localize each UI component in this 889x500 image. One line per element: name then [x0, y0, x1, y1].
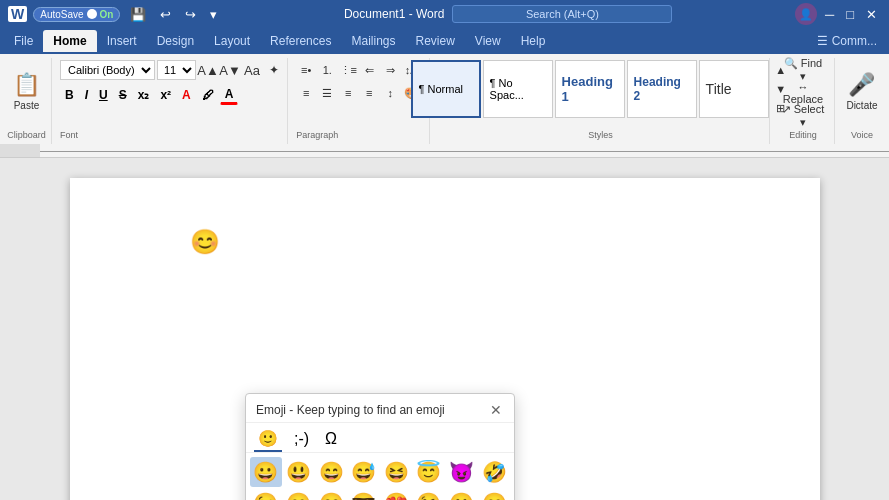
- multilevel-button[interactable]: ⋮≡: [338, 60, 358, 80]
- doc-emoji: 😊: [190, 228, 220, 256]
- tab-help[interactable]: Help: [511, 30, 556, 52]
- title-bar-right: 👤 ─ □ ✕: [795, 3, 881, 25]
- tab-mailings[interactable]: Mailings: [341, 30, 405, 52]
- quick-access-more-button[interactable]: ▾: [206, 5, 221, 24]
- tab-review[interactable]: Review: [405, 30, 464, 52]
- style-title[interactable]: Title: [699, 60, 769, 118]
- emoji-cell[interactable]: 😊: [283, 488, 315, 500]
- strikethrough-button[interactable]: S: [114, 85, 132, 105]
- font-row2: B I U S x₂ x² A 🖊 A: [60, 85, 281, 105]
- styles-group: ¶ Normal ¶ No Spac... Heading 1 Heading …: [432, 58, 770, 144]
- emoji-cell[interactable]: 😘: [413, 488, 445, 500]
- line-spacing-button[interactable]: ↕: [380, 83, 400, 103]
- emoji-cell[interactable]: 😙: [478, 488, 510, 500]
- title-bar: W AutoSave On 💾 ↩ ↪ ▾ Document1 - Word S…: [0, 0, 889, 28]
- text-color-button[interactable]: A: [220, 85, 239, 105]
- align-left-button[interactable]: ≡: [296, 83, 316, 103]
- align-center-button[interactable]: ☰: [317, 83, 337, 103]
- justify-button[interactable]: ≡: [359, 83, 379, 103]
- numbering-button[interactable]: 1.: [317, 60, 337, 80]
- emoji-cell[interactable]: 😈: [446, 457, 478, 487]
- tab-home[interactable]: Home: [43, 30, 96, 52]
- voice-group: 🎤 Dictate Voice: [837, 58, 887, 144]
- font-size-up-button[interactable]: A▲: [198, 60, 218, 80]
- emoji-cell[interactable]: 😀: [250, 457, 282, 487]
- avatar[interactable]: 👤: [795, 3, 817, 25]
- increase-indent-button[interactable]: ⇒: [380, 60, 400, 80]
- font-family-select[interactable]: Calibri (Body): [60, 60, 155, 80]
- emoji-cell[interactable]: 😋: [315, 488, 347, 500]
- emoji-cell[interactable]: 😃: [283, 457, 315, 487]
- clipboard-group: 📋 Paste Clipboard: [2, 58, 52, 144]
- dictate-button[interactable]: 🎤 Dictate: [840, 60, 883, 122]
- ribbon-body: 📋 Paste Clipboard Calibri (Body) 11 A▲ A…: [0, 54, 889, 144]
- font-group: Calibri (Body) 11 A▲ A▼ Aa ✦ B I U S x₂ …: [54, 58, 288, 144]
- replace-button[interactable]: ↔ Replace: [778, 83, 828, 103]
- minimize-button[interactable]: ─: [821, 5, 838, 24]
- tab-references[interactable]: References: [260, 30, 341, 52]
- tab-file[interactable]: File: [4, 30, 43, 52]
- align-right-button[interactable]: ≡: [338, 83, 358, 103]
- style-normal[interactable]: ¶ Normal: [411, 60, 481, 118]
- clear-format-button[interactable]: ✦: [264, 60, 284, 80]
- emoji-tabs: 🙂 ;-) Ω: [246, 423, 514, 453]
- search-bar[interactable]: Search (Alt+Q): [452, 5, 672, 23]
- emoji-picker-header: Emoji - Keep typing to find an emoji ✕: [246, 394, 514, 423]
- tab-view[interactable]: View: [465, 30, 511, 52]
- emoji-cell[interactable]: 😅: [348, 457, 380, 487]
- bold-button[interactable]: B: [60, 85, 79, 105]
- emoji-cell[interactable]: 🤣: [478, 457, 510, 487]
- paragraph-group: ≡• 1. ⋮≡ ⇐ ⇒ ↕A ¶ ≡ ☰ ≡ ≡ ↕ 🎨 ⊞ Paragrap…: [290, 58, 430, 144]
- bullets-button[interactable]: ≡•: [296, 60, 316, 80]
- superscript-button[interactable]: x²: [155, 85, 176, 105]
- italic-button[interactable]: I: [80, 85, 93, 105]
- emoji-tab-symbols[interactable]: Ω: [321, 428, 341, 452]
- tab-layout[interactable]: Layout: [204, 30, 260, 52]
- emoji-cell[interactable]: 😉: [250, 488, 282, 500]
- style-no-spacing[interactable]: ¶ No Spac...: [483, 60, 553, 118]
- comments-button[interactable]: ☰ Comm...: [809, 30, 885, 52]
- redo-button[interactable]: ↪: [181, 5, 200, 24]
- title-bar-center: Document1 - Word Search (Alt+Q): [344, 5, 672, 23]
- ribbon-tabs: File Home Insert Design Layout Reference…: [0, 28, 889, 54]
- underline-button[interactable]: U: [94, 85, 113, 105]
- tab-design[interactable]: Design: [147, 30, 204, 52]
- restore-button[interactable]: □: [842, 5, 858, 24]
- emoji-close-button[interactable]: ✕: [488, 402, 504, 418]
- emoji-cell[interactable]: 😎: [348, 488, 380, 500]
- autosave-state: On: [100, 9, 114, 20]
- find-button[interactable]: 🔍 Find ▾: [778, 60, 828, 80]
- style-heading2[interactable]: Heading 2: [627, 60, 697, 118]
- emoji-cell[interactable]: 😍: [381, 488, 413, 500]
- paste-button[interactable]: 📋 Paste: [7, 60, 47, 122]
- para-row2: ≡ ☰ ≡ ≡ ↕ 🎨 ⊞: [296, 83, 423, 103]
- emoji-grid: 😀 😃 😄 😅 😆 😇 😈 🤣 😉 😊 😋 😎 😍 😘 😗 😙 😚 🙂 🤗 😏 …: [246, 453, 514, 500]
- editing-group: 🔍 Find ▾ ↔ Replace ↗ Select ▾ Editing: [772, 58, 835, 144]
- emoji-cell[interactable]: 😆: [381, 457, 413, 487]
- autosave-toggle[interactable]: AutoSave On: [33, 7, 120, 22]
- decrease-indent-button[interactable]: ⇐: [359, 60, 379, 80]
- emoji-tab-smiley[interactable]: 🙂: [254, 427, 282, 452]
- save-button[interactable]: 💾: [126, 5, 150, 24]
- word-icon: W: [8, 6, 27, 22]
- undo-button[interactable]: ↩: [156, 5, 175, 24]
- font-color-button[interactable]: A: [177, 85, 196, 105]
- clipboard-content: 📋 Paste: [7, 60, 47, 122]
- font-label: Font: [60, 130, 78, 142]
- select-button[interactable]: ↗ Select ▾: [778, 106, 828, 126]
- clipboard-label: Clipboard: [7, 130, 46, 142]
- highlight-button[interactable]: 🖊: [197, 85, 219, 105]
- font-case-button[interactable]: Aa: [242, 60, 262, 80]
- emoji-cell[interactable]: 😄: [315, 457, 347, 487]
- subscript-button[interactable]: x₂: [133, 85, 155, 105]
- emoji-picker: Emoji - Keep typing to find an emoji ✕ 🙂…: [245, 393, 515, 500]
- styles-label: Styles: [588, 130, 613, 142]
- font-size-down-button[interactable]: A▼: [220, 60, 240, 80]
- emoji-tab-text[interactable]: ;-): [290, 428, 313, 452]
- emoji-cell[interactable]: 😇: [413, 457, 445, 487]
- font-size-select[interactable]: 11: [157, 60, 196, 80]
- emoji-cell[interactable]: 😗: [446, 488, 478, 500]
- tab-insert[interactable]: Insert: [97, 30, 147, 52]
- close-button[interactable]: ✕: [862, 5, 881, 24]
- style-heading1[interactable]: Heading 1: [555, 60, 625, 118]
